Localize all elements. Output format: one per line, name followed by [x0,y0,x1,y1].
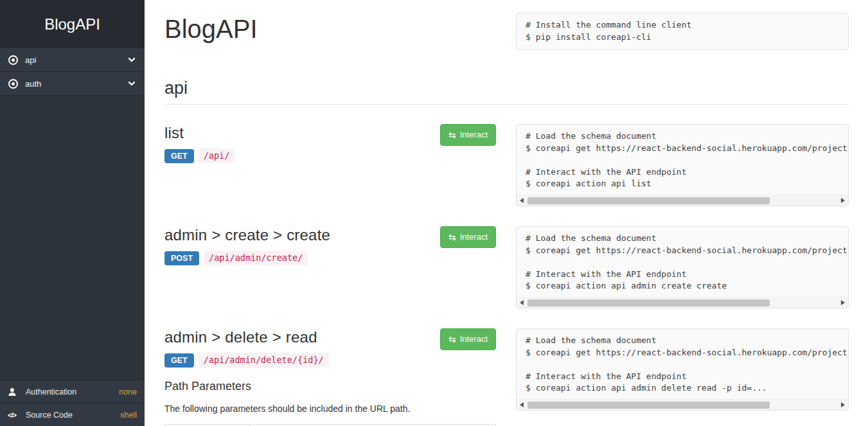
scrollbar-thumb[interactable] [527,299,770,306]
horizontal-scrollbar[interactable] [517,195,848,206]
code-icon: </> [8,411,22,419]
interact-button[interactable]: ⇆ Interact [440,124,496,146]
page-title: BlogAPI [164,14,496,44]
badge-row: GET /api/admin/delete/{id}/ [164,353,496,368]
code-block: # Load the schema document $ coreapi get… [516,226,849,308]
endpoint-section-admin-create-create: admin > create > create POST /api/admin/… [164,226,849,308]
method-badge: POST [164,251,199,265]
method-badge: GET [164,353,194,368]
authentication-menu-item[interactable]: Authentication none [0,380,145,403]
install-code-block: # Install the command line client $ pip … [516,13,849,50]
section-left: admin > create > create POST /api/admin/… [164,226,496,265]
interact-button[interactable]: ⇆ Interact [440,226,496,248]
source-code-label: Source Code [26,411,73,420]
endpoint-path: /api/admin/create/ [204,251,308,265]
sections: list GET /api/ ⇆ Interact # Load the sch… [164,124,849,426]
scrollbar-thumb[interactable] [527,402,770,409]
scrollbar-right-arrow-icon[interactable] [841,300,845,305]
source-code-value: shell [120,411,137,420]
dot-circle-icon [8,79,18,89]
sidebar-item-auth[interactable]: auth [0,72,145,96]
interact-button-label: Interact [460,129,488,141]
section-left: list GET /api/ ⇆ Interact [164,124,496,163]
endpoint-path: /api/admin/delete/{id}/ [199,353,329,368]
scrollbar-right-arrow-icon[interactable] [841,198,845,203]
path-parameters-heading: Path Parameters [164,379,496,393]
dot-circle-icon [8,55,18,65]
scrollbar-left-arrow-icon[interactable] [520,198,524,203]
user-icon [8,387,22,396]
method-badge: GET [164,149,194,163]
sidebar: BlogAPI api auth Authentication none </>… [0,0,145,426]
exchange-icon: ⇆ [448,233,456,242]
horizontal-scrollbar[interactable] [517,399,848,410]
endpoint-section-list: list GET /api/ ⇆ Interact # Load the sch… [164,124,849,206]
sidebar-item-label: auth [25,79,41,89]
sidebar-item-api[interactable]: api [0,48,145,72]
header-left: BlogAPI [164,13,496,50]
scrollbar-left-arrow-icon[interactable] [520,402,524,407]
section-left: admin > delete > read GET /api/admin/del… [164,328,496,426]
header-row: BlogAPI # Install the command line clien… [164,0,849,50]
interact-button-label: Interact [460,333,488,345]
chevron-down-icon [127,79,136,88]
source-code-menu-item[interactable]: </> Source Code shell [0,403,145,426]
code-block: # Load the schema document $ coreapi get… [516,124,849,206]
exchange-icon: ⇆ [448,335,456,344]
group-divider [164,104,849,105]
sidebar-item-label: api [25,55,36,65]
badge-row: GET /api/ [164,148,496,163]
main-content: BlogAPI # Install the command line clien… [145,0,868,426]
badge-row: POST /api/admin/create/ [164,251,496,265]
section-right: # Load the schema document $ coreapi get… [516,226,849,308]
section-right: # Load the schema document $ coreapi get… [516,328,849,411]
interact-button-label: Interact [460,231,488,243]
path-parameters-description: The following parameters should be inclu… [164,403,496,414]
scrollbar-right-arrow-icon[interactable] [841,402,845,407]
authentication-value: none [119,387,137,396]
sidebar-app-title: BlogAPI [0,0,145,48]
scrollbar-thumb[interactable] [527,197,770,204]
install-code-text: # Install the command line client $ pip … [517,13,848,49]
group-heading-api: api [164,78,849,98]
code-text: # Load the schema document $ coreapi get… [517,227,848,298]
endpoint-path: /api/ [199,148,235,163]
authentication-label: Authentication [26,387,76,396]
scrollbar-left-arrow-icon[interactable] [520,300,524,305]
section-right: # Load the schema document $ coreapi get… [516,124,849,206]
horizontal-scrollbar[interactable] [517,297,848,308]
interact-button[interactable]: ⇆ Interact [440,328,496,350]
endpoint-section-admin-delete-read: admin > delete > read GET /api/admin/del… [164,328,849,426]
code-text: # Load the schema document $ coreapi get… [517,329,848,400]
code-block: # Load the schema document $ coreapi get… [516,328,849,411]
exchange-icon: ⇆ [448,130,456,139]
chevron-down-icon [127,55,136,64]
sidebar-footer: Authentication none </> Source Code shel… [0,380,145,426]
code-text: # Load the schema document $ coreapi get… [517,125,848,196]
